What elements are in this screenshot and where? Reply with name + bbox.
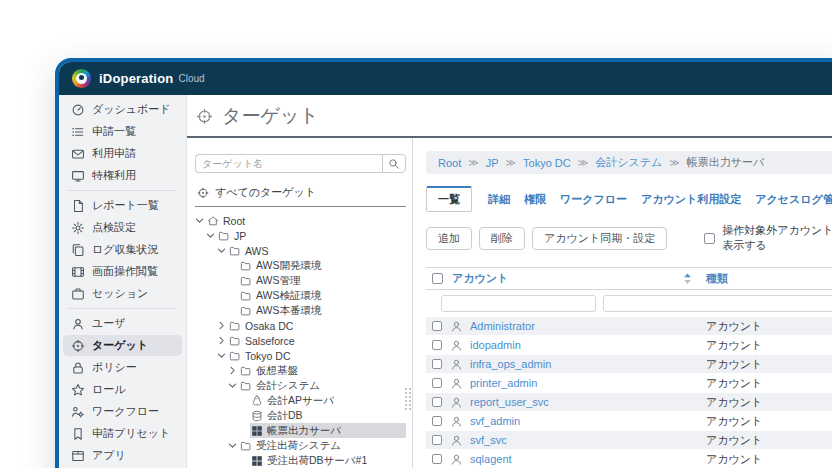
account-sync-button[interactable]: アカウント同期・設定 (532, 227, 667, 250)
breadcrumb-link[interactable]: JP (486, 157, 499, 169)
sidebar-item-inspection-settings[interactable]: 点検設定 (63, 217, 182, 238)
tree-node[interactable]: Osaka DC (195, 318, 406, 333)
tab-list[interactable]: 一覧 (426, 186, 472, 212)
copy-icon (71, 243, 85, 257)
tree-node[interactable]: 会計APサーバ (195, 393, 406, 408)
account-name-link[interactable]: idopadmin (470, 339, 521, 351)
tab-workflow[interactable]: ワークフロー (560, 192, 627, 207)
user-icon (450, 358, 463, 371)
tree-node-label: AWS本番環境 (256, 304, 322, 318)
tab-account-usage[interactable]: アカウント利用設定 (641, 192, 741, 207)
type-filter-input[interactable] (603, 295, 832, 312)
tree-node-body: AWS本番環境 (239, 303, 406, 318)
account-name-link[interactable]: Administrator (470, 320, 535, 332)
account-name-link[interactable]: infra_ops_admin (470, 358, 551, 370)
folder-icon (240, 380, 252, 392)
account-name-link[interactable]: report_user_svc (470, 396, 549, 408)
tree-node[interactable]: AWS (195, 243, 406, 258)
column-header-account[interactable]: アカウント (452, 271, 508, 286)
folder-icon (240, 275, 252, 287)
tab-detail[interactable]: 詳細 (488, 192, 510, 207)
row-checkbox[interactable] (432, 416, 442, 426)
sidebar-item-log-collection[interactable]: ログ収集状況 (63, 239, 182, 260)
breadcrumb-link[interactable]: 会計システム (595, 155, 662, 170)
tree-node[interactable]: Tokyo DC (195, 348, 406, 363)
sidebar-item-user[interactable]: ユーザ (63, 313, 182, 334)
breadcrumb-current: 帳票出力サーバ (687, 155, 765, 170)
account-name-link[interactable]: printer_admin (470, 377, 537, 389)
tree-node[interactable]: 受注出荷システム (195, 438, 406, 453)
tree-node[interactable]: AWS検証環境 (195, 288, 406, 303)
row-checkbox[interactable] (432, 340, 442, 350)
tree-node-body: AWS開発環境 (239, 258, 406, 273)
sidebar-item-request-list[interactable]: 申請一覧 (63, 121, 182, 142)
account-name-link[interactable]: svf_svc (470, 434, 507, 446)
add-button[interactable]: 追加 (426, 227, 472, 250)
account-name-link[interactable]: sqlagent (470, 453, 512, 465)
sidebar-item-target[interactable]: ターゲット (63, 335, 182, 356)
chevron-down-icon (217, 245, 228, 256)
tree-node[interactable]: 帳票出力サーバ (195, 423, 406, 438)
column-header-type[interactable]: 種類 (706, 271, 728, 286)
chevron-right-icon (217, 320, 228, 331)
sidebar-item-usage-request[interactable]: 利用申請 (63, 143, 182, 164)
user-icon (450, 434, 463, 447)
breadcrumb-link[interactable]: Tokyo DC (523, 157, 571, 169)
sidebar-item-report-list[interactable]: レポート一覧 (63, 195, 182, 216)
sidebar-item-dashboard[interactable]: ダッシュボード (63, 99, 182, 120)
sidebar-item-label: セッション (92, 286, 148, 301)
tree-node-label: AWS開発環境 (256, 259, 322, 273)
tab-access-log[interactable]: アクセスログ管理 (755, 192, 832, 207)
tree-node[interactable]: JP (195, 228, 406, 243)
breadcrumb-link[interactable]: Root (438, 157, 461, 169)
row-checkbox[interactable] (432, 321, 442, 331)
sidebar-item-policy[interactable]: ポリシー (63, 357, 182, 378)
table-row: Administratorアカウント (426, 317, 832, 336)
tree-indent-spacer (239, 395, 250, 406)
sidebar-item-workflow[interactable]: ワークフロー (63, 401, 182, 422)
tree-node[interactable]: 会計システム (195, 378, 406, 393)
tree-indent-spacer (228, 275, 239, 286)
chevron-down-icon (195, 215, 206, 226)
all-targets-root[interactable]: すべてのターゲット (195, 185, 406, 207)
list-icon (71, 125, 85, 139)
account-filter-input[interactable] (441, 295, 596, 312)
tree-node[interactable]: Root (195, 213, 406, 228)
delete-button[interactable]: 削除 (479, 227, 525, 250)
home-icon (207, 215, 219, 227)
tree-node[interactable]: 会計DB (195, 408, 406, 423)
folder-icon (240, 440, 252, 452)
account-type: アカウント (706, 395, 762, 410)
show-excluded-checkbox[interactable] (704, 233, 715, 244)
tab-permission[interactable]: 権限 (524, 192, 546, 207)
tree-node[interactable]: AWS管理 (195, 273, 406, 288)
sort-icon[interactable] (682, 272, 693, 285)
sidebar-item-label: ロール (92, 382, 126, 397)
sidebar-item-screen-operation[interactable]: 画面操作閲覧 (63, 261, 182, 282)
windows-icon (251, 425, 263, 437)
row-checkbox[interactable] (432, 435, 442, 445)
tree-node[interactable]: AWS開発環境 (195, 258, 406, 273)
row-checkbox[interactable] (432, 359, 442, 369)
tree-indent-spacer (228, 305, 239, 316)
sidebar-item-privileged-use[interactable]: 特権利用 (63, 165, 182, 186)
select-all-checkbox[interactable] (432, 273, 443, 284)
folder-icon (229, 320, 241, 332)
tree-node[interactable]: AWS本番環境 (195, 303, 406, 318)
breadcrumb-separator: ≫ (468, 157, 478, 168)
tree-node[interactable]: Salseforce (195, 333, 406, 348)
sidebar-item-role[interactable]: ロール (63, 379, 182, 400)
search-button[interactable] (382, 154, 406, 173)
row-checkbox[interactable] (432, 378, 442, 388)
panel-resize-grip[interactable] (405, 388, 411, 410)
sidebar-item-app[interactable]: アプリ (63, 445, 182, 466)
tree-node[interactable]: 仮想基盤 (195, 363, 406, 378)
row-checkbox[interactable] (432, 454, 442, 464)
film-icon (71, 265, 85, 279)
row-checkbox[interactable] (432, 397, 442, 407)
tree-node[interactable]: 受注出荷DBサーバ#1 (195, 453, 406, 468)
target-name-search-input[interactable] (195, 154, 382, 173)
account-name-link[interactable]: svf_admin (470, 415, 520, 427)
sidebar-item-request-preset[interactable]: 申請プリセット (63, 423, 182, 444)
sidebar-item-session[interactable]: セッション (63, 283, 182, 304)
